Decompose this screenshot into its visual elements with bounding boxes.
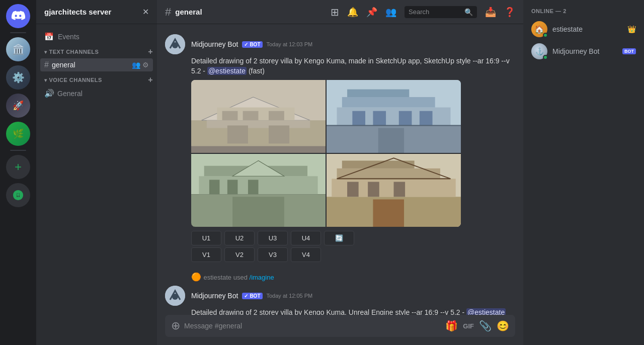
search-bar[interactable]: Search 🔍	[405, 6, 477, 18]
message-input-area: ⊕ 🎁 GIF 📎 😊	[157, 315, 523, 345]
message-author-area-1: Midjourney Bot ✓ BOT Today at 12:03 PM	[191, 40, 312, 48]
arch-image-3	[191, 154, 326, 227]
svg-rect-19	[347, 90, 409, 97]
v3-button[interactable]: V3	[258, 247, 288, 262]
svg-rect-23	[420, 111, 433, 126]
voice-channels-header[interactable]: ▾ VOICE CHANNELS +	[36, 73, 157, 87]
pin-header-icon[interactable]: 📌	[366, 7, 377, 18]
u1-button[interactable]: U1	[191, 231, 221, 245]
image-grid-1	[191, 80, 461, 227]
refresh-button[interactable]: 🔄	[324, 231, 354, 245]
text-channels-section: ▾ TEXT CHANNELS + # general 👥 ⚙	[36, 45, 157, 71]
bot-badge-3: ✓ BOT	[242, 293, 262, 299]
v1-button[interactable]: V1	[191, 247, 221, 262]
server-icon-4[interactable]: 🌿	[6, 122, 30, 146]
server-header[interactable]: gjarchitects server ✕	[36, 0, 157, 24]
svg-rect-10	[207, 120, 310, 128]
text-channels-label: TEXT CHANNELS	[49, 49, 99, 55]
bell-header-icon[interactable]: 🔔	[347, 7, 358, 18]
svg-rect-11	[227, 126, 248, 144]
v4-button[interactable]: V4	[291, 247, 321, 262]
voice-channel-name: General	[57, 90, 83, 98]
u3-button[interactable]: U3	[258, 231, 288, 245]
member-item-midjourney[interactable]: ⚓ Midjourney Bot BOT	[527, 40, 640, 62]
add-server-button[interactable]: +	[6, 155, 30, 179]
svg-rect-41	[347, 182, 359, 197]
v2-button[interactable]: V2	[224, 247, 255, 262]
member-item-estiestate[interactable]: 🏠 estiestate 👑	[527, 18, 640, 40]
events-label: Events	[58, 33, 79, 41]
mention-1[interactable]: @estiestate	[207, 67, 247, 75]
bot-check-icon-3: ✓	[244, 293, 248, 299]
svg-rect-18	[342, 97, 435, 108]
action-buttons-row-1: U1 U2 U3 U4 🔄	[191, 231, 515, 245]
svg-rect-20	[352, 111, 365, 126]
svg-rect-42	[368, 182, 379, 197]
help-header-icon[interactable]: ❓	[504, 7, 515, 18]
svg-rect-9	[269, 111, 284, 120]
channel-header-title: # general	[165, 6, 202, 19]
member-name-estiestate: estiestate	[552, 25, 622, 33]
channel-sidebar: gjarchitects server ✕ 📅 Events ▾ TEXT CH…	[36, 0, 157, 345]
server-icon-1[interactable]: 🏛️	[6, 37, 30, 61]
message-text-1: Detailed drawing of 2 storey villa by Ke…	[191, 56, 515, 76]
attach-button[interactable]: ⊕	[171, 319, 180, 332]
mini-text-1: estiestate used	[203, 274, 247, 281]
input-icons: 🎁 GIF 📎 😊	[445, 320, 509, 332]
arch-image-1	[191, 80, 326, 153]
svg-rect-44	[373, 200, 404, 227]
server-divider-2	[10, 150, 26, 151]
slash-command-mini[interactable]: /imagine	[250, 274, 274, 281]
emoji-icon[interactable]: 😊	[497, 320, 509, 332]
discord-home-button[interactable]	[6, 4, 30, 28]
server-icon-2[interactable]: ⚙️	[6, 65, 30, 90]
events-item[interactable]: 📅 Events	[36, 28, 157, 45]
server-icon-3[interactable]: 🚀	[6, 94, 30, 118]
arch-image-2	[327, 80, 461, 153]
file-icon[interactable]: 📎	[479, 320, 492, 332]
channel-header-name-text: general	[175, 8, 202, 16]
svg-rect-24	[378, 128, 404, 153]
gift-icon[interactable]: 🎁	[445, 320, 458, 332]
channel-item-general[interactable]: # general 👥 ⚙	[40, 58, 153, 71]
add-voice-channel-button[interactable]: +	[148, 75, 153, 84]
message-header-1: Midjourney Bot ✓ BOT Today at 12:03 PM	[165, 34, 515, 54]
message-input[interactable]	[184, 322, 441, 330]
messages-area[interactable]: Midjourney Bot ✓ BOT Today at 12:03 PM D…	[157, 24, 523, 315]
svg-point-47	[172, 294, 178, 300]
discover-button[interactable]	[6, 183, 30, 207]
arch-image-4	[327, 154, 461, 227]
author-row-1: Midjourney Bot ✓ BOT Today at 12:03 PM	[191, 40, 312, 48]
action-buttons-row-2: V1 V2 V3 V4	[191, 247, 515, 262]
bot-badge-1: ✓ BOT	[242, 41, 262, 48]
mini-message-1: 🟠 estiestate used /imagine	[157, 270, 523, 284]
svg-rect-31	[209, 180, 220, 195]
svg-rect-34	[232, 197, 284, 227]
text-channels-header[interactable]: ▾ TEXT CHANNELS +	[36, 45, 157, 58]
message-header-3: Midjourney Bot ✓ BOT Today at 12:05 PM	[165, 286, 515, 306]
gif-button[interactable]: GIF	[463, 322, 474, 330]
message-content-3: Detailed drawing of 2 storey villa by Ke…	[191, 308, 515, 315]
server-divider	[10, 32, 26, 33]
member-avatar-estiestate: 🏠	[531, 21, 547, 37]
hashtag-header-icon[interactable]: ⊞	[331, 6, 339, 18]
settings-icon: ⚙	[142, 61, 149, 69]
message-time-1: Today at 12:03 PM	[267, 41, 313, 47]
add-text-channel-button[interactable]: +	[148, 47, 153, 56]
message-group-1: Midjourney Bot ✓ BOT Today at 12:03 PM D…	[157, 32, 523, 266]
bot-badge-member: BOT	[622, 48, 636, 54]
svg-rect-7	[222, 111, 238, 120]
members-header-icon[interactable]: 👥	[385, 7, 396, 18]
main-content: # general ⊞ 🔔 📌 👥 Search 🔍 📥 ❓	[157, 0, 523, 345]
channel-list: 📅 Events ▾ TEXT CHANNELS + # general 👥 ⚙	[36, 24, 157, 345]
channel-actions: 👥 ⚙	[132, 61, 149, 69]
member-name-midjourney: Midjourney Bot	[552, 47, 617, 55]
u4-button[interactable]: U4	[291, 231, 321, 245]
voice-channel-general[interactable]: 🔊 General	[40, 87, 153, 100]
u2-button[interactable]: U2	[224, 231, 255, 245]
inbox-header-icon[interactable]: 📥	[485, 7, 496, 18]
search-placeholder: Search	[409, 8, 461, 16]
message-author-name-3: Midjourney Bot	[191, 292, 238, 300]
image-cell-3	[191, 154, 326, 227]
mention-3[interactable]: @estiestate	[466, 308, 506, 315]
